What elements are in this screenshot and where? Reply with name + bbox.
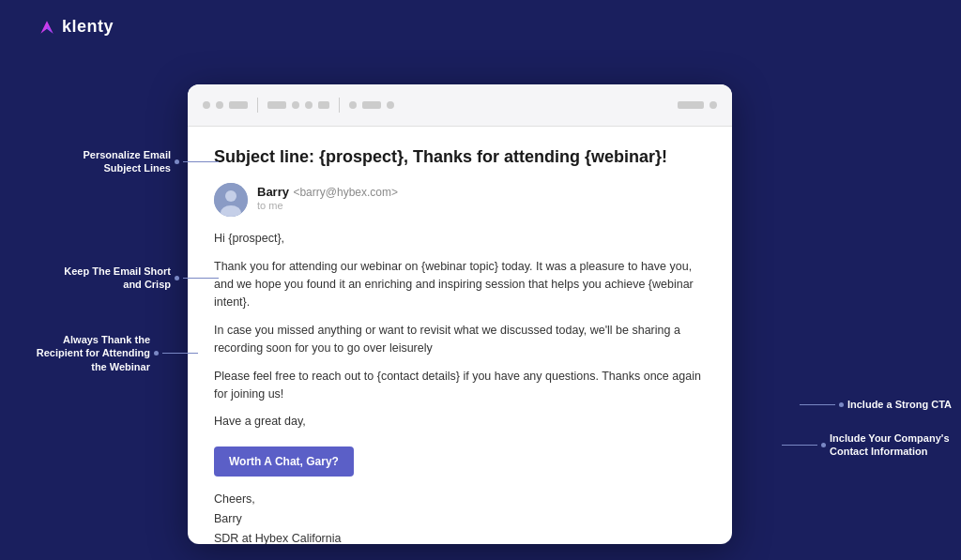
logo-text: klenty [62, 17, 114, 37]
toolbar-right [678, 101, 717, 109]
email-toolbar [188, 84, 732, 127]
sender-name: Barry [257, 185, 289, 199]
annotation-personalize-line [183, 161, 219, 162]
annotation-short-line [183, 278, 219, 279]
email-body-text: Hi {prospect}, Thank you for attending o… [214, 230, 706, 431]
email-para3: Please feel free to reach out to {contac… [214, 368, 706, 404]
email-signature: Cheers, Barry SDR at Hybex California in… [214, 490, 706, 544]
toolbar-separator-1 [257, 98, 258, 113]
toolbar-icon-4 [362, 101, 381, 109]
annotation-company-line [782, 445, 817, 446]
annotation-cta: Include a Strong CTA [800, 398, 952, 411]
sign-name: Barry [214, 509, 706, 529]
toolbar-separator-2 [339, 98, 340, 113]
email-para1: Thank you for attending our webinar on {… [214, 258, 706, 312]
toolbar-icon-2 [267, 101, 286, 109]
email-window: Subject line: {prospect}, Thanks for att… [188, 84, 732, 544]
email-subject: Subject line: {prospect}, Thanks for att… [214, 145, 706, 168]
annotation-short-text: Keep The Email Short and Crisp [58, 265, 171, 292]
logo: klenty [38, 17, 114, 37]
email-sender-header: Barry <barry@hybex.com> to me [214, 183, 706, 217]
toolbar-icon-right-1 [678, 101, 704, 109]
annotation-thank-text: Always Thank the Recipient for Attending… [28, 333, 150, 373]
sender-info: Barry <barry@hybex.com> to me [257, 183, 398, 211]
toolbar-dot-1 [203, 101, 210, 109]
sender-email: <barry@hybex.com> [293, 186, 398, 199]
annotation-cta-line [800, 404, 835, 405]
toolbar-dot-2 [216, 101, 223, 109]
email-greeting: Hi {prospect}, [214, 230, 706, 248]
annotation-personalize-text: Personalize Email Subject Lines [58, 148, 171, 175]
annotation-thank: Always Thank the Recipient for Attending… [28, 333, 198, 373]
avatar [214, 183, 248, 217]
cta-button[interactable]: Worth A Chat, Gary? [214, 446, 354, 477]
annotation-thank-line [162, 353, 198, 354]
annotation-personalize-dot [175, 159, 179, 164]
annotation-thank-dot [154, 351, 159, 356]
annotation-company-text: Include Your Company's Contact Informati… [830, 431, 952, 459]
sender-to: to me [257, 200, 398, 211]
sign-cheers: Cheers, [214, 490, 706, 509]
annotation-company-dot [821, 443, 826, 447]
sign-title: SDR at Hybex California [214, 529, 706, 544]
email-para4: Have a great day, [214, 413, 706, 431]
email-body-container: Subject line: {prospect}, Thanks for att… [188, 127, 732, 544]
toolbar-dot-5 [349, 101, 357, 109]
svg-point-3 [225, 190, 236, 202]
toolbar-icon-1 [229, 101, 248, 109]
annotation-short: Keep The Email Short and Crisp [58, 265, 219, 292]
email-para2: In case you missed anything or want to r… [214, 322, 706, 358]
toolbar-dot-4 [305, 101, 313, 109]
annotation-cta-dot [839, 402, 844, 407]
toolbar-icon-3 [318, 101, 329, 109]
sender-name-line: Barry <barry@hybex.com> [257, 183, 398, 200]
toolbar-dot-7 [709, 101, 717, 109]
toolbar-dot-3 [292, 101, 299, 109]
toolbar-dot-6 [387, 101, 394, 109]
annotation-cta-text: Include a Strong CTA [847, 398, 952, 411]
annotation-company: Include Your Company's Contact Informati… [782, 431, 952, 459]
annotation-personalize: Personalize Email Subject Lines [58, 148, 219, 175]
annotation-short-dot [175, 276, 179, 280]
